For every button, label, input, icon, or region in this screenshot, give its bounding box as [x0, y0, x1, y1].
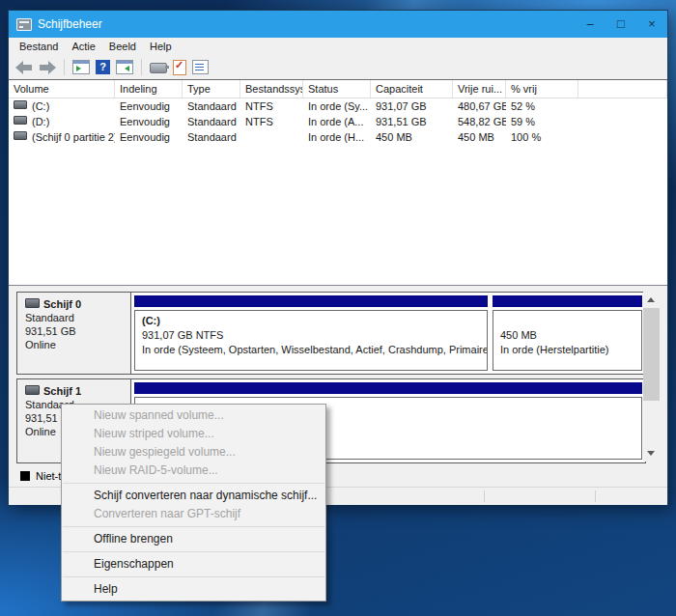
- cell-pct: 59 %: [506, 115, 578, 129]
- cell-fs: NTFS: [240, 99, 303, 114]
- list-header: Volume Indeling Type Bestandssys... Stat…: [9, 80, 667, 98]
- table-row[interactable]: (D:) Eenvoudig Standaard NTFS In orde (A…: [9, 115, 667, 129]
- cell-volume: (C:): [32, 100, 49, 112]
- partition-stripe: [134, 382, 642, 394]
- partition-stripe: [493, 295, 642, 307]
- maximize-button[interactable]: □: [606, 11, 636, 38]
- details-icon[interactable]: [192, 60, 209, 74]
- table-row[interactable]: (Schijf 0 partitie 2) Eenvoudig Standaar…: [9, 130, 667, 145]
- close-button[interactable]: ×: [636, 11, 667, 38]
- cell-status: In orde (Sy...: [303, 99, 371, 114]
- column-header-vrije-ruimte[interactable]: Vrije rui...: [453, 80, 506, 98]
- partition-size: 931,07 GB NTFS: [142, 328, 487, 343]
- partition-title: (C:): [142, 314, 487, 328]
- column-header-indeling[interactable]: Indeling: [115, 80, 183, 98]
- back-icon[interactable]: [15, 61, 33, 74]
- menu-help[interactable]: Help: [143, 38, 179, 55]
- rescan-disks-icon[interactable]: [150, 63, 167, 73]
- cell-volume: (Schijf 0 partitie 2): [32, 131, 115, 143]
- column-header-pct-vrij[interactable]: % vrij: [506, 80, 578, 98]
- cell-type: Standaard: [183, 115, 240, 129]
- column-header-status[interactable]: Status: [303, 80, 371, 98]
- menu-separator: [63, 483, 324, 484]
- cell-vrij: 450 MB: [453, 130, 506, 145]
- disk0-size: 931,51 GB: [25, 324, 130, 338]
- cell-indeling: Eenvoudig: [115, 99, 183, 114]
- menu-item-eigenschappen[interactable]: Eigenschappen: [62, 555, 325, 574]
- menu-item-nieuw-raid5-volume: Nieuw RAID-5-volume...: [62, 462, 325, 480]
- menu-actie[interactable]: Actie: [65, 38, 101, 55]
- cell-type: Standaard: [183, 99, 240, 114]
- menu-item-converteren-gpt-schijf: Converteren naar GPT-schijf: [62, 505, 325, 523]
- disk0-type: Standaard: [25, 311, 130, 324]
- disk-icon: [25, 298, 40, 308]
- disk-row-schijf0: Schijf 0 Standaard 931,51 GB Online (C:)…: [16, 292, 646, 375]
- disk0-name: Schijf 0: [43, 298, 81, 310]
- scroll-up-icon[interactable]: [643, 292, 660, 308]
- column-header-type[interactable]: Type: [183, 80, 240, 98]
- menu-item-converteren-dynamische-schijf[interactable]: Schijf converteren naar dynamische schij…: [62, 487, 325, 505]
- column-header-volume[interactable]: Volume: [9, 80, 115, 98]
- table-row[interactable]: (C:) Eenvoudig Standaard NTFS In orde (S…: [9, 99, 667, 114]
- cell-status: In orde (H...: [303, 130, 371, 145]
- cell-indeling: Eenvoudig: [115, 115, 183, 129]
- partition-stripe: [134, 295, 488, 307]
- volume-icon: [14, 100, 27, 109]
- show-action-pane-icon[interactable]: [116, 60, 133, 74]
- cell-vrij: 548,82 GB: [453, 115, 506, 129]
- cell-vrij: 480,67 GB: [453, 99, 506, 114]
- minimize-button[interactable]: –: [575, 11, 606, 38]
- cell-capaciteit: 931,51 GB: [371, 115, 453, 129]
- scroll-down-icon[interactable]: [643, 445, 660, 462]
- help-icon[interactable]: ?: [96, 60, 110, 74]
- menu-separator: [63, 551, 324, 552]
- toolbar-separator: [141, 59, 142, 75]
- statusbar-divider: [595, 490, 596, 502]
- disk0-label[interactable]: Schijf 0 Standaard 931,51 GB Online: [17, 293, 131, 374]
- cell-type: Standaard: [183, 130, 240, 145]
- toolbar-separator: [64, 59, 65, 75]
- partition-status: In orde (Herstelpartitie): [500, 343, 641, 357]
- partition-c[interactable]: (C:) 931,07 GB NTFS In orde (Systeem, Op…: [134, 295, 488, 371]
- forward-icon[interactable]: [39, 61, 56, 74]
- menu-beeld[interactable]: Beeld: [102, 38, 143, 55]
- column-header-bestandssysteem[interactable]: Bestandssys...: [240, 80, 303, 98]
- cell-fs: [240, 130, 303, 145]
- toolbar: ?: [9, 55, 667, 79]
- scrollbar-thumb[interactable]: [643, 308, 660, 401]
- volume-icon: [14, 116, 27, 125]
- menubar: Bestand Actie Beeld Help: [9, 38, 667, 55]
- partition-recovery[interactable]: 450 MB In orde (Herstelpartitie): [493, 295, 642, 371]
- menu-item-nieuw-gespiegeld-volume: Nieuw gespiegeld volume...: [62, 443, 325, 462]
- menu-item-nieuw-striped-volume: Nieuw striped volume...: [62, 425, 325, 443]
- cell-volume: (D:): [32, 116, 49, 127]
- window-title: Schijfbeheer: [38, 17, 102, 31]
- partition-title: [500, 314, 641, 328]
- cell-status: In orde (A...: [303, 115, 371, 129]
- menu-separator: [63, 576, 324, 577]
- column-header-capaciteit[interactable]: Capaciteit: [371, 80, 453, 98]
- column-header-empty: [578, 80, 667, 98]
- volume-list: Volume Indeling Type Bestandssys... Stat…: [9, 79, 667, 286]
- cell-indeling: Eenvoudig: [115, 130, 183, 145]
- partition-status: In orde (Systeem, Opstarten, Wisselbesta…: [142, 343, 487, 357]
- cell-fs: NTFS: [240, 115, 303, 129]
- check-task-icon[interactable]: [173, 60, 186, 75]
- disk0-status: Online: [25, 338, 130, 351]
- show-console-tree-icon[interactable]: [72, 60, 90, 74]
- cell-pct: 52 %: [506, 99, 578, 114]
- menu-item-offline-brengen[interactable]: Offline brengen: [62, 530, 325, 548]
- menu-item-nieuw-spanned-volume: Nieuw spanned volume...: [62, 406, 325, 425]
- volume-icon: [14, 131, 27, 140]
- unallocated-swatch: [20, 471, 30, 481]
- menu-item-help[interactable]: Help: [62, 580, 325, 599]
- app-icon: [16, 18, 32, 31]
- cell-capaciteit: 450 MB: [371, 130, 453, 145]
- vertical-scrollbar[interactable]: [643, 292, 660, 462]
- menu-separator: [63, 526, 324, 527]
- menu-bestand[interactable]: Bestand: [13, 38, 65, 55]
- cell-capaciteit: 931,07 GB: [371, 99, 453, 114]
- statusbar-divider: [484, 490, 485, 502]
- disk-context-menu: Nieuw spanned volume... Nieuw striped vo…: [61, 404, 326, 602]
- disk-icon: [25, 385, 40, 395]
